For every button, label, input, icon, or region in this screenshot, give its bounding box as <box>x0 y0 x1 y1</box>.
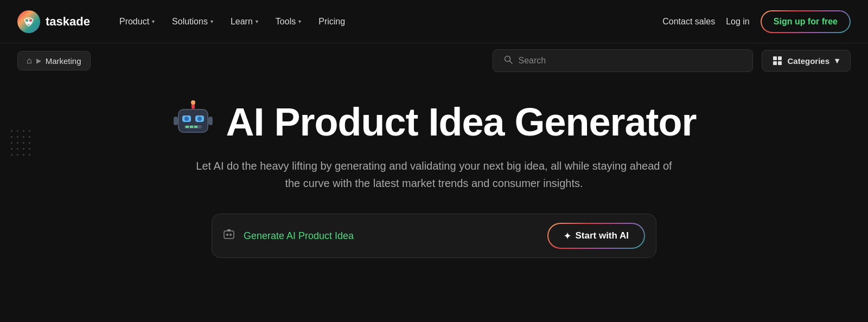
breadcrumb-label: Marketing <box>46 56 81 66</box>
nav-item-pricing[interactable]: Pricing <box>311 12 353 31</box>
categories-button[interactable]: Categories ▾ <box>762 50 851 72</box>
generate-icon <box>223 228 235 243</box>
nav-item-product[interactable]: Product ▾ <box>112 12 162 31</box>
svg-rect-19 <box>208 117 213 125</box>
main-content: AI Product Idea Generator Let AI do the … <box>0 78 868 258</box>
categories-chevron-icon: ▾ <box>835 56 839 66</box>
contact-sales-link[interactable]: Contact sales <box>662 17 715 27</box>
svg-point-12 <box>184 117 189 121</box>
search-placeholder: Search <box>518 56 546 66</box>
search-icon <box>504 55 513 66</box>
nav-links: Product ▾ Solutions ▾ Learn ▾ Tools ▾ Pr… <box>112 12 662 31</box>
chevron-down-icon: ▾ <box>256 18 258 24</box>
robot-icon <box>171 100 215 144</box>
home-icon: ⌂ <box>27 56 32 66</box>
svg-rect-17 <box>194 126 197 128</box>
svg-point-23 <box>229 234 232 236</box>
chevron-down-icon: ▾ <box>152 18 155 24</box>
svg-rect-18 <box>174 117 178 125</box>
hero-subtitle: Let AI do the heavy lifting by generatin… <box>190 157 678 192</box>
nav-item-tools[interactable]: Tools ▾ <box>268 12 309 31</box>
svg-point-2 <box>26 20 28 22</box>
signup-button[interactable]: Sign up for free <box>761 10 851 33</box>
hero-heading: AI Product Idea Generator <box>226 100 696 144</box>
svg-rect-20 <box>224 231 234 239</box>
svg-point-3 <box>29 20 31 22</box>
chevron-down-icon: ▾ <box>298 18 301 24</box>
breadcrumb[interactable]: ⌂ ▶ Marketing <box>17 51 91 70</box>
nav-item-solutions[interactable]: Solutions ▾ <box>164 12 221 31</box>
svg-rect-16 <box>190 126 193 128</box>
navbar: taskade Product ▾ Solutions ▾ Learn ▾ To… <box>0 0 868 43</box>
nav-item-learn[interactable]: Learn ▾ <box>223 12 266 31</box>
nav-right: Contact sales Log in Sign up for free <box>662 10 851 33</box>
hero-title: AI Product Idea Generator <box>171 100 696 144</box>
svg-point-7 <box>191 100 195 105</box>
svg-rect-15 <box>186 126 189 128</box>
categories-label: Categories <box>787 56 829 66</box>
action-bar: Generate AI Product Idea ✦ Start with AI <box>212 214 656 258</box>
second-bar: ⌂ ▶ Marketing Search Categories ▾ <box>0 43 868 78</box>
chevron-down-icon: ▾ <box>210 18 213 24</box>
svg-rect-21 <box>227 229 231 231</box>
svg-line-5 <box>510 61 513 64</box>
logo[interactable]: taskade <box>17 10 90 33</box>
sparkle-icon: ✦ <box>564 231 571 241</box>
login-link[interactable]: Log in <box>726 17 750 27</box>
start-with-ai-button[interactable]: ✦ Start with AI <box>547 223 645 249</box>
logo-text: taskade <box>46 15 90 29</box>
breadcrumb-arrow-icon: ▶ <box>36 57 41 65</box>
logo-icon <box>17 10 40 33</box>
grid-icon <box>773 56 782 65</box>
action-label: Generate AI Product Idea <box>244 230 539 242</box>
search-bar[interactable]: Search <box>493 49 753 72</box>
svg-point-22 <box>226 234 228 236</box>
svg-point-13 <box>197 117 202 121</box>
